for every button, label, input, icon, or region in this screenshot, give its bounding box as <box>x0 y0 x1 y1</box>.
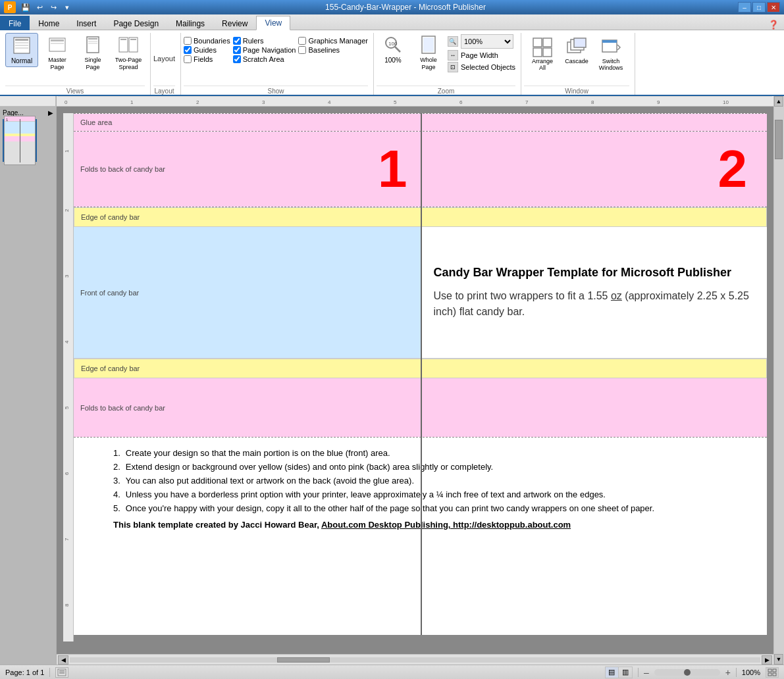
zoom-100-button[interactable]: 100 100% <box>377 33 409 66</box>
page-nav-checkbox[interactable]: Page Navigation <box>233 46 296 54</box>
qat-dropdown[interactable]: ▾ <box>61 1 73 13</box>
svg-rect-23 <box>533 48 542 57</box>
zoom-slider[interactable] <box>654 669 720 676</box>
folds-back2-left: Folds to back of candy bar <box>74 378 421 437</box>
scroll-left-button[interactable]: ◀ <box>58 655 68 665</box>
scroll-right-button[interactable]: ▶ <box>762 655 772 665</box>
close-button[interactable]: ✕ <box>767 2 780 13</box>
edge-bottom-left: Edge of candy bar <box>74 359 421 378</box>
baselines-check[interactable] <box>298 46 306 54</box>
horizontal-scrollbar[interactable]: ◀ ▶ <box>57 654 773 665</box>
whole-page-button[interactable]: WholePage <box>412 33 445 72</box>
vscroll-thumb[interactable] <box>775 120 783 159</box>
zoom-percent: 100% <box>742 668 760 676</box>
selected-objects-button[interactable]: ⊡ Selected Objects <box>448 62 515 72</box>
canvas-scroll[interactable]: 1 2 3 4 5 6 7 8 <box>57 107 773 654</box>
help-button[interactable]: ❓ <box>768 20 779 30</box>
minimize-button[interactable]: – <box>738 2 751 13</box>
status-separator-3 <box>736 668 737 677</box>
svg-rect-1 <box>15 39 28 41</box>
zoom-plus[interactable]: + <box>725 667 731 678</box>
titlebar: P 💾 ↩ ↪ ▾ 155-Candy-Bar-Wrapper - Micros… <box>0 0 784 14</box>
glue-area-cell: Glue area <box>74 114 421 131</box>
zoom-level-control[interactable]: 🔍 100% 75% 50% 150% <box>448 34 515 49</box>
front-label: Front of candy bar <box>74 289 139 297</box>
rulers-check[interactable] <box>233 37 241 45</box>
scratch-area-checkbox[interactable]: Scratch Area <box>233 55 296 63</box>
tab-review[interactable]: Review <box>213 16 256 30</box>
instr-num-1: 1. <box>113 448 120 458</box>
svg-text:8: 8 <box>591 99 594 105</box>
graphics-mgr-checkbox[interactable]: Graphics Manager <box>298 37 368 45</box>
vscroll-track[interactable] <box>774 107 784 654</box>
rulers-checkbox[interactable]: Rulers <box>233 37 296 45</box>
vertical-scrollbar[interactable]: ▲ ▼ <box>773 96 784 665</box>
layout-label: Layout <box>153 55 175 63</box>
svg-text:1: 1 <box>130 99 134 105</box>
page-thumbnail[interactable]: 1 <box>3 119 37 162</box>
zoom-icon: 🔍 <box>448 36 458 47</box>
graphics-mgr-check[interactable] <box>298 37 306 45</box>
edge-top-right <box>421 208 767 226</box>
tab-insert[interactable]: Insert <box>68 16 105 30</box>
thumb-divider <box>20 119 20 163</box>
page-width-button[interactable]: ↔ Page Width <box>448 50 515 61</box>
svg-text:7: 7 <box>525 99 529 105</box>
guides-label: Guides <box>194 46 217 54</box>
window-title: 155-Candy-Bar-Wrapper - Microsoft Publis… <box>73 3 738 12</box>
arrange-all-button[interactable]: ArrangeAll <box>527 36 558 72</box>
tab-page-design[interactable]: Page Design <box>105 16 167 30</box>
view-normal-button[interactable]: Normal <box>5 33 38 67</box>
guides-check[interactable] <box>184 46 192 54</box>
fit-page-button[interactable] <box>766 667 779 678</box>
tab-mailings[interactable]: Mailings <box>167 16 213 30</box>
page-panel-arrow[interactable]: ▶ <box>48 109 53 116</box>
tab-view[interactable]: View <box>256 16 290 30</box>
window-group-label: Window <box>524 86 629 95</box>
scratch-area-check[interactable] <box>233 55 241 63</box>
scroll-down-button[interactable]: ▼ <box>774 654 783 665</box>
svg-text:3: 3 <box>64 274 70 278</box>
boundaries-checkbox[interactable]: Boundaries <box>184 37 230 45</box>
ribbon-group-layout: Layout Layout <box>151 33 181 95</box>
svg-rect-52 <box>59 672 65 674</box>
page-nav-check[interactable] <box>233 46 241 54</box>
view-two-page-button[interactable]: Two-PageSpread <box>112 33 145 72</box>
zoom-content: 100 100% WholePage 🔍 100% <box>377 33 515 84</box>
switch-windows-button[interactable]: SwitchWindows <box>595 36 627 72</box>
instr-text-4: Unless you have a borderless print optio… <box>126 490 606 499</box>
view-master-page-button[interactable]: MasterPage <box>41 33 74 72</box>
zoom-minus[interactable]: – <box>644 667 649 678</box>
number-2-label: 2 <box>718 139 748 199</box>
maximize-button[interactable]: □ <box>752 2 766 13</box>
zoom-select[interactable]: 100% 75% 50% 150% <box>461 34 513 49</box>
save-button[interactable]: 💾 <box>20 1 32 13</box>
view-spread-icon[interactable]: ▥ <box>619 667 632 678</box>
canvas-area: 0 1 2 3 4 5 6 7 8 9 10 1 2 <box>57 96 773 665</box>
whole-page-label: WholePage <box>420 57 437 71</box>
view-single-page-button[interactable]: SinglePage <box>76 33 109 72</box>
svg-rect-15 <box>130 39 136 40</box>
redo-button[interactable]: ↪ <box>47 1 59 13</box>
baselines-checkbox[interactable]: Baselines <box>298 46 368 54</box>
scrollbar-thumb[interactable] <box>277 657 330 663</box>
scroll-up-button[interactable]: ▲ <box>774 96 783 107</box>
ribbon-group-show: Boundaries Guides Fields Rulers <box>181 33 374 95</box>
canvas-inner: 1 2 3 4 5 6 7 8 <box>63 113 767 641</box>
layout-content: Layout <box>153 33 175 84</box>
cascade-button[interactable]: Cascade <box>561 36 592 66</box>
view-normal-icon[interactable]: ▤ <box>606 667 619 678</box>
left-panel: Page... ▶ 1 <box>0 96 57 665</box>
fields-check[interactable] <box>184 55 192 63</box>
undo-button[interactable]: ↩ <box>34 1 45 13</box>
instr-text-2: Extend design or background over yellow … <box>126 462 493 472</box>
show-content: Boundaries Guides Fields Rulers <box>184 33 368 84</box>
fields-checkbox[interactable]: Fields <box>184 55 230 63</box>
page-nav-icon[interactable] <box>55 667 68 678</box>
edge-top-left: Edge of candy bar <box>74 208 421 226</box>
tab-home[interactable]: Home <box>30 16 68 30</box>
scrollbar-track[interactable] <box>70 657 760 663</box>
boundaries-check[interactable] <box>184 37 192 45</box>
guides-checkbox[interactable]: Guides <box>184 46 230 54</box>
tab-file[interactable]: File <box>0 16 30 30</box>
